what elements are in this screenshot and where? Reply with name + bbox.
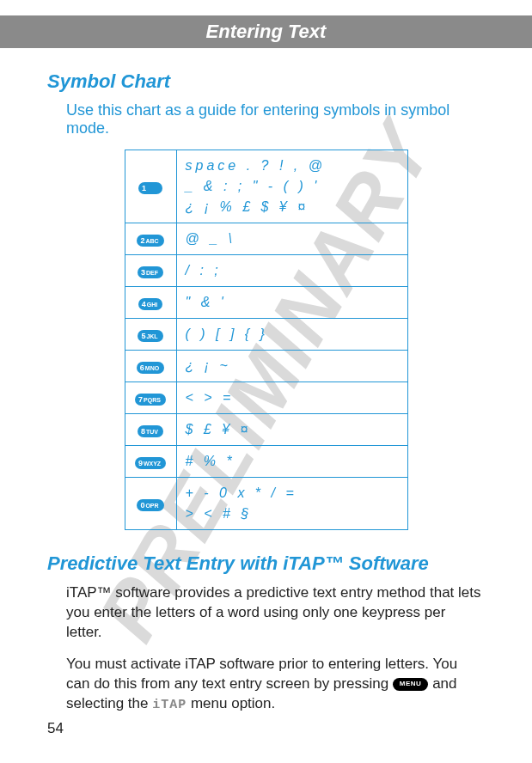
table-row: 9WXYZ # % * xyxy=(125,446,407,478)
key-5-icon: 5JKL xyxy=(138,330,162,342)
key-cell: 8TUV xyxy=(125,414,176,446)
key-cell: 9WXYZ xyxy=(125,446,176,478)
menu-key-icon: MENU xyxy=(393,678,429,691)
key-cell: 3DEF xyxy=(125,255,176,287)
symbols-cell: + - 0 x * / = > < # § xyxy=(176,478,407,530)
key-0-icon: 0OPR xyxy=(137,499,163,511)
table-row: 7PQRS < > = xyxy=(125,382,407,414)
table-row: 6MNO ¿ ¡ ~ xyxy=(125,351,407,382)
itap-paragraph-1: iTAP™ software provides a predictive tex… xyxy=(66,583,485,643)
content-area: Symbol Chart Use this chart as a guide f… xyxy=(0,70,532,714)
table-row: 3DEF / : ; xyxy=(125,255,407,287)
symbols-cell: < > = xyxy=(176,382,407,414)
page-number: 54 xyxy=(47,720,64,737)
itap-menu-label: iTAP xyxy=(152,698,187,712)
key-4-icon: 4GHI xyxy=(138,298,162,310)
table-row: 4GHI " & ' xyxy=(125,287,407,319)
key-7-icon: 7PQRS xyxy=(135,394,166,406)
key-cell: 5JKL xyxy=(125,319,176,351)
symbols-cell: " & ' xyxy=(176,287,407,319)
key-cell: 4GHI xyxy=(125,287,176,319)
symbol-chart-title: Symbol Chart xyxy=(47,70,485,93)
p2-text-c: menu option. xyxy=(187,695,275,711)
symbols-cell: ( ) [ ] { } xyxy=(176,319,407,351)
symbols-cell: space . ? ! , @ _ & : ; " - ( ) ' ¿ ¡ % … xyxy=(176,150,407,223)
table-row: 1 space . ? ! , @ _ & : ; " - ( ) ' ¿ ¡ … xyxy=(125,150,407,223)
key-cell: 6MNO xyxy=(125,351,176,382)
itap-title: Predictive Text Entry with iTAP™ Softwar… xyxy=(47,552,485,575)
key-cell: 2ABC xyxy=(125,223,176,255)
symbols-cell: # % * xyxy=(176,446,407,478)
symbol-chart-intro: Use this chart as a guide for entering s… xyxy=(66,101,485,137)
key-9-icon: 9WXYZ xyxy=(135,457,166,469)
key-2-icon: 2ABC xyxy=(137,235,163,247)
key-cell: 0OPR xyxy=(125,478,176,530)
symbols-cell: $ £ ¥ ¤ xyxy=(176,414,407,446)
key-cell: 1 xyxy=(125,150,176,223)
table-row: 0OPR + - 0 x * / = > < # § xyxy=(125,478,407,530)
table-row: 8TUV $ £ ¥ ¤ xyxy=(125,414,407,446)
key-cell: 7PQRS xyxy=(125,382,176,414)
itap-paragraph-2: You must activate iTAP software prior to… xyxy=(66,655,485,714)
table-row: 5JKL ( ) [ ] { } xyxy=(125,319,407,351)
table-row: 2ABC @ _ \ xyxy=(125,223,407,255)
key-6-icon: 6MNO xyxy=(137,362,164,374)
symbols-cell: @ _ \ xyxy=(176,223,407,255)
key-3-icon: 3DEF xyxy=(138,266,163,278)
key-1-icon: 1 xyxy=(138,182,162,194)
symbol-chart-table: 1 space . ? ! , @ _ & : ; " - ( ) ' ¿ ¡ … xyxy=(125,150,408,530)
key-8-icon: 8TUV xyxy=(138,425,163,437)
symbols-cell: / : ; xyxy=(176,255,407,287)
symbols-cell: ¿ ¡ ~ xyxy=(176,351,407,382)
page-header: Entering Text xyxy=(0,15,532,48)
